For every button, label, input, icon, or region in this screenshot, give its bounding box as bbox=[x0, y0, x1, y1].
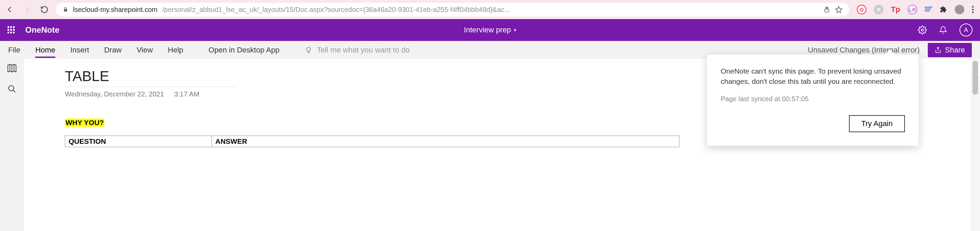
svg-point-6 bbox=[972, 9, 974, 11]
document-title[interactable]: Interview prep ▾ bbox=[464, 25, 516, 35]
app-launcher-icon[interactable] bbox=[8, 26, 15, 34]
table-row[interactable]: QUESTION ANSWER bbox=[65, 136, 679, 147]
ext-o-icon[interactable]: O bbox=[857, 5, 866, 14]
sync-error-popup: OneNote can't sync this page. To prevent… bbox=[707, 54, 919, 146]
ext-r-icon[interactable]: R bbox=[874, 5, 883, 14]
save-status: Unsaved Changes (Internal error) bbox=[808, 46, 920, 54]
popup-message: OneNote can't sync this page. To prevent… bbox=[721, 66, 905, 87]
share-button[interactable]: Share bbox=[928, 43, 972, 57]
svg-rect-4 bbox=[925, 11, 930, 11]
svg-line-37 bbox=[13, 90, 15, 92]
svg-point-36 bbox=[8, 85, 14, 91]
svg-rect-2 bbox=[925, 7, 932, 8]
star-icon[interactable] bbox=[835, 6, 843, 13]
svg-point-7 bbox=[972, 11, 974, 13]
tab-help[interactable]: Help bbox=[168, 46, 183, 54]
search-icon[interactable] bbox=[8, 84, 16, 93]
browser-menu-icon[interactable] bbox=[972, 6, 974, 13]
url-bar[interactable]: lsecloud-my.sharepoint.com/personal/z_ab… bbox=[56, 3, 849, 16]
tellme-search[interactable]: Tell me what you want to do bbox=[305, 45, 409, 55]
notebooks-icon[interactable] bbox=[7, 63, 17, 73]
svg-rect-3 bbox=[925, 8, 931, 9]
chevron-down-icon: ▾ bbox=[514, 27, 516, 33]
app-header: OneNote Interview prep ▾ A bbox=[0, 19, 980, 41]
table-header-col1[interactable]: QUESTION bbox=[65, 136, 212, 147]
tab-insert[interactable]: Insert bbox=[70, 46, 89, 54]
tab-home[interactable]: Home bbox=[35, 46, 55, 54]
user-avatar[interactable]: A bbox=[959, 24, 972, 36]
try-again-button[interactable]: Try Again bbox=[849, 115, 905, 132]
page-date: Wednesday, December 22, 2021 bbox=[65, 90, 164, 98]
back-icon[interactable] bbox=[6, 6, 14, 13]
tab-file[interactable]: File bbox=[8, 46, 20, 54]
highlighted-text[interactable]: WHY YOU? bbox=[65, 119, 104, 127]
vertical-scrollbar[interactable] bbox=[972, 61, 978, 95]
browser-extensions: O R Tp LR bbox=[857, 5, 974, 14]
ext-tp-icon[interactable]: Tp bbox=[891, 5, 900, 14]
settings-icon[interactable] bbox=[918, 25, 927, 35]
browser-nav bbox=[6, 5, 48, 14]
tab-view[interactable]: View bbox=[137, 46, 153, 54]
app-name[interactable]: OneNote bbox=[25, 25, 59, 35]
lock-icon bbox=[63, 6, 68, 13]
content-table[interactable]: QUESTION ANSWER bbox=[65, 136, 679, 147]
tab-draw[interactable]: Draw bbox=[104, 46, 121, 54]
reload-icon[interactable] bbox=[40, 5, 48, 14]
url-path: /personal/z_abbud1_lse_ac_uk/_layouts/15… bbox=[162, 6, 510, 14]
page-title[interactable]: TABLE bbox=[65, 68, 235, 87]
popup-last-sync: Page last synced at 00:57:05 bbox=[721, 95, 905, 103]
profile-avatar-icon[interactable] bbox=[955, 5, 964, 14]
ext-puzzle-icon[interactable] bbox=[940, 6, 947, 13]
url-host: lsecloud-my.sharepoint.com bbox=[73, 6, 158, 14]
share-os-icon[interactable] bbox=[823, 6, 830, 13]
bell-icon[interactable] bbox=[939, 25, 947, 35]
svg-point-5 bbox=[972, 6, 974, 8]
table-header-col2[interactable]: ANSWER bbox=[212, 136, 679, 147]
bulb-icon bbox=[305, 45, 312, 55]
open-desktop-button[interactable]: Open in Desktop App bbox=[208, 46, 280, 54]
page-time: 3:17 AM bbox=[174, 90, 199, 98]
browser-chrome: lsecloud-my.sharepoint.com/personal/z_ab… bbox=[0, 0, 980, 19]
forward-icon bbox=[23, 6, 31, 13]
svg-point-8 bbox=[921, 29, 924, 32]
ext-lines-icon[interactable] bbox=[925, 6, 932, 13]
svg-rect-0 bbox=[64, 9, 67, 11]
share-icon bbox=[935, 47, 942, 54]
ext-lr-icon[interactable]: LR bbox=[908, 5, 917, 14]
navigation-rail bbox=[0, 59, 24, 231]
